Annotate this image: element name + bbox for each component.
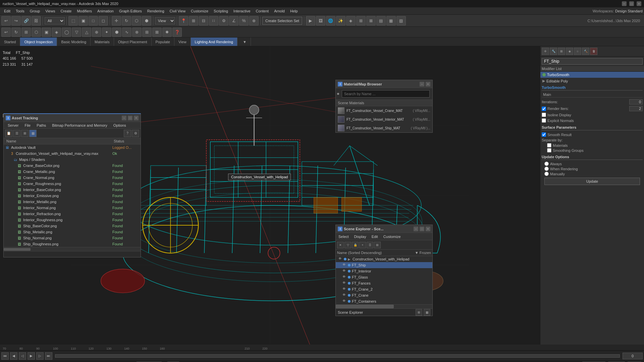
- tb2-btn-4[interactable]: ⬡: [32, 27, 41, 37]
- minimize-button[interactable]: −: [622, 1, 627, 6]
- tb2-btn-1[interactable]: ↩: [1, 27, 11, 37]
- menu-modifiers[interactable]: Modifiers: [74, 8, 95, 14]
- modifier-modify-icon[interactable]: 🔧: [550, 48, 557, 55]
- tab-populate[interactable]: Populate: [152, 38, 174, 46]
- iterations-value[interactable]: 0: [629, 99, 643, 105]
- menu-customize[interactable]: Customize: [188, 8, 211, 14]
- render-3[interactable]: ▤: [376, 16, 386, 25]
- tab-materials[interactable]: Materials: [91, 38, 114, 46]
- scene-maximize-button[interactable]: □: [420, 227, 424, 231]
- tb2-btn-18[interactable]: ❓: [172, 27, 182, 37]
- tb2-btn-10[interactable]: ⊕: [92, 27, 101, 37]
- list-item[interactable]: 🖼 Interior_Normal.png Found: [4, 205, 141, 211]
- select-link-button[interactable]: 🔗: [21, 16, 31, 25]
- tb2-btn-5[interactable]: ▣: [42, 27, 51, 37]
- render-history[interactable]: ⊞: [356, 16, 366, 25]
- eye-icon[interactable]: 👁: [338, 257, 343, 261]
- percent-snap[interactable]: %: [239, 16, 249, 25]
- asset-tb-help[interactable]: ?: [124, 130, 131, 137]
- asset-menu-server[interactable]: Server: [5, 123, 21, 128]
- snap-toggle[interactable]: 📍: [179, 16, 188, 25]
- layer-dropdown[interactable]: All: [45, 17, 65, 24]
- list-item[interactable]: FT_Construction_Vessel_Crane_MAT ( VRayM…: [336, 106, 432, 115]
- modifier-create-icon[interactable]: ✛: [542, 48, 549, 55]
- asset-tb-btn-2[interactable]: ☰: [13, 130, 20, 137]
- list-item[interactable]: 👁 FT_Glass: [336, 274, 432, 280]
- menu-edit[interactable]: Edit: [1, 8, 13, 14]
- smooth-result-checkbox[interactable]: [542, 132, 546, 137]
- materials-checkbox[interactable]: [547, 143, 551, 147]
- object-name-input[interactable]: [542, 58, 643, 65]
- scene-tb-add[interactable]: +: [359, 242, 366, 248]
- asset-tb-settings[interactable]: ⚙: [132, 130, 139, 137]
- scene-menu-edit[interactable]: Edit: [370, 234, 379, 239]
- smoothing-groups-checkbox[interactable]: [547, 148, 551, 153]
- mat-search-input[interactable]: [342, 90, 430, 98]
- timeline-end-button[interactable]: ⏭: [45, 352, 52, 360]
- asset-maximize-button[interactable]: □: [128, 116, 132, 120]
- list-item[interactable]: 🖼 Ship_Roughness.png Found: [4, 241, 141, 247]
- close-button[interactable]: ×: [637, 1, 641, 6]
- tb2-btn-2[interactable]: ↻: [11, 27, 21, 37]
- asset-scrollbar[interactable]: [4, 247, 141, 251]
- mat-minimize-button[interactable]: −: [420, 82, 424, 86]
- list-item[interactable]: 🖼 Interior_Metallic.png Found: [4, 199, 141, 205]
- placement-button[interactable]: ⬢: [142, 16, 151, 25]
- modifier-motion-icon[interactable]: ◈: [566, 48, 573, 55]
- eye-icon[interactable]: 👁: [342, 293, 347, 298]
- scene-expand-icon[interactable]: ▶: [348, 257, 352, 261]
- tab-object-placement[interactable]: Object Placement: [114, 38, 152, 46]
- scene-close-button[interactable]: ×: [426, 227, 430, 231]
- asset-menu-file[interactable]: File: [22, 123, 33, 128]
- redo-button[interactable]: ↪: [11, 16, 21, 25]
- eye-icon[interactable]: 👁: [342, 269, 347, 274]
- tab-lighting-rendering[interactable]: Lighting And Rendering: [191, 38, 237, 46]
- menu-arnold[interactable]: Arnold: [271, 8, 287, 14]
- list-item[interactable]: 👁 FT_Fances: [336, 280, 432, 286]
- timeline-play-back-button[interactable]: ◁: [19, 352, 26, 360]
- select-button[interactable]: ⬚: [68, 16, 78, 25]
- menu-rendering[interactable]: Rendering: [145, 8, 167, 14]
- list-item[interactable]: 🖼 Ship_Metallic.png Found: [4, 229, 141, 235]
- list-item[interactable]: 🖼 Interior_Roughness.png Found: [4, 217, 141, 223]
- undo-button[interactable]: ↩: [1, 16, 11, 25]
- list-item[interactable]: FT_Construction_Vessel_Ship_MAT ( VRayMt…: [336, 124, 432, 132]
- tab-started[interactable]: Started: [0, 38, 20, 46]
- asset-menu-bitmap[interactable]: Bitmap Performance and Memory: [49, 123, 110, 128]
- eye-icon[interactable]: 👁: [342, 263, 347, 267]
- list-item[interactable]: 🖼 Interior_Emissive.png Found: [4, 193, 141, 199]
- render-5[interactable]: ▧: [396, 16, 406, 25]
- select-rect-button[interactable]: □: [89, 16, 98, 25]
- scene-tb-lock[interactable]: 🔒: [352, 242, 359, 248]
- tab-view[interactable]: View: [174, 38, 191, 46]
- tb2-btn-12[interactable]: ⬢: [112, 27, 121, 37]
- render-env[interactable]: 🌐: [326, 16, 335, 25]
- isoline-checkbox[interactable]: [542, 113, 546, 117]
- manually-radio[interactable]: [544, 172, 549, 176]
- render-iters-checkbox[interactable]: [542, 107, 546, 111]
- render-4[interactable]: ▦: [386, 16, 396, 25]
- list-item[interactable]: 👁 FT_Crane: [336, 292, 432, 298]
- scale-button[interactable]: ⬡: [132, 16, 141, 25]
- create-selection-button[interactable]: Create Selection Set: [262, 17, 302, 25]
- eye-icon[interactable]: 👁: [342, 299, 347, 304]
- list-item[interactable]: 🖼 Crane_Roughness.png Found: [4, 181, 141, 187]
- eye-icon[interactable]: 👁: [342, 281, 347, 286]
- clone-button[interactable]: ⚙: [219, 16, 228, 25]
- array-button[interactable]: ∷: [209, 16, 218, 25]
- asset-close-button[interactable]: ×: [134, 116, 139, 120]
- render-iters-value[interactable]: 2: [629, 106, 643, 111]
- tb2-btn-7[interactable]: ◯: [62, 27, 71, 37]
- menu-graph-editors[interactable]: Graph Editors: [116, 8, 145, 14]
- tb2-btn-16[interactable]: ⊠: [152, 27, 162, 37]
- spinner-snap[interactable]: ⊕: [249, 16, 259, 25]
- list-item[interactable]: 🖼 Crane_BaseColor.png Found: [4, 163, 141, 169]
- scene-menu-customize[interactable]: Customize: [382, 234, 402, 239]
- list-item[interactable]: 🖼 Ship_BaseColor.png Found: [4, 223, 141, 229]
- tb2-btn-15[interactable]: ⊞: [142, 27, 152, 37]
- scene-menu-select[interactable]: Select: [337, 234, 350, 239]
- list-item[interactable]: 👁 FT_Crane_2: [336, 286, 432, 292]
- viewport[interactable]: Total FT_Ship 401 166 57 500 213 331 31 …: [0, 46, 540, 345]
- view-dropdown[interactable]: View: [155, 17, 175, 24]
- tb2-btn-11[interactable]: ✦: [102, 27, 111, 37]
